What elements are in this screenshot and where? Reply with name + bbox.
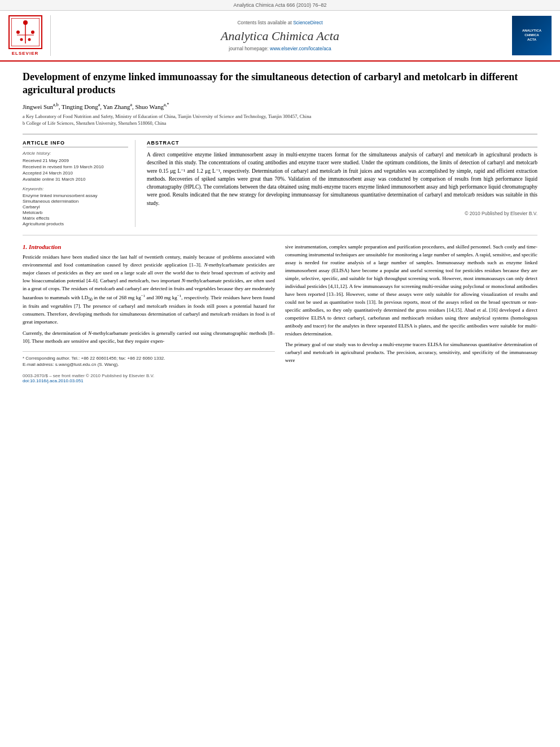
svg-point-5 bbox=[31, 30, 34, 34]
elsevier-logo-section: ELSEVIER bbox=[6, 15, 51, 56]
journal-logo-right: ANALYTICA CHIMICA ACTA bbox=[509, 15, 554, 56]
intro-paragraph-1: Pesticide residues have been studied sin… bbox=[23, 254, 275, 326]
article-title: Development of enzyme linked immunoassay… bbox=[23, 71, 537, 97]
svg-point-3 bbox=[23, 20, 28, 25]
journal-citation: Analytica Chimica Acta 666 (2010) 76–82 bbox=[233, 2, 326, 8]
homepage-link[interactable]: www.elsevier.com/locate/aca bbox=[270, 46, 331, 51]
received-date: Received 21 May 2009 bbox=[23, 158, 128, 163]
authors-line: Jingwei Suna,b, Tingting Donga, Yan Zhan… bbox=[23, 103, 537, 111]
journal-homepage: journal homepage: www.elsevier.com/locat… bbox=[229, 46, 331, 51]
article-history-label: Article history: bbox=[23, 151, 128, 156]
article-info-heading: ARTICLE INFO bbox=[23, 140, 128, 147]
abstract-text: A direct competitive enzyme linked immun… bbox=[147, 151, 537, 207]
keyword-4: Metolcarb bbox=[23, 210, 128, 215]
keyword-2: Simultaneous determination bbox=[23, 199, 128, 204]
affiliation-a: a Key Laboratory of Food Nutrition and S… bbox=[23, 113, 537, 120]
elsevier-logo-box bbox=[8, 15, 42, 49]
content-divider bbox=[23, 235, 537, 235]
authors-text: Jingwei Suna,b, Tingting Donga, Yan Zhan… bbox=[23, 103, 169, 110]
journal-citation-bar: Analytica Chimica Acta 666 (2010) 76–82 bbox=[0, 0, 560, 11]
copyright-line: © 2010 Published by Elsevier B.V. bbox=[147, 211, 537, 216]
intro-paragraph-4: The primary goal of our study was to dev… bbox=[285, 341, 537, 365]
keyword-1: Enzyme linked immunosorbent assay bbox=[23, 193, 128, 198]
footnote-email: E-mail address: s.wang@tust.edu.cn (S. W… bbox=[23, 361, 275, 368]
online-date: Available online 31 March 2010 bbox=[23, 177, 128, 182]
body-content: 1. Introduction Pesticide residues have … bbox=[23, 243, 537, 383]
keyword-6: Agricultural products bbox=[23, 221, 128, 226]
body-right-column: sive instrumentation, complex sample pre… bbox=[285, 243, 537, 383]
revised-date: Received in revised form 19 March 2010 bbox=[23, 164, 128, 169]
keyword-5: Matrix effects bbox=[23, 216, 128, 221]
footer-issn: 0003-2670/$ – see front matter © 2010 Pu… bbox=[23, 373, 275, 383]
article-info-column: ARTICLE INFO Article history: Received 2… bbox=[23, 140, 135, 227]
keywords-label: Keywords: bbox=[23, 186, 128, 191]
svg-point-4 bbox=[16, 30, 20, 34]
affiliation-b: b College of Life Sciences, Shenzhen Uni… bbox=[23, 120, 537, 127]
affiliations: a Key Laboratory of Food Nutrition and S… bbox=[23, 113, 537, 127]
footnote-corresponding: * Corresponding author. Tel.: +86 22 606… bbox=[23, 355, 275, 361]
journal-logo-box: ANALYTICA CHIMICA ACTA bbox=[512, 16, 552, 55]
header-center: Contents lists available at ScienceDirec… bbox=[56, 15, 504, 56]
doi-text: doi:10.1016/j.aca.2010.03.051 bbox=[23, 378, 275, 383]
sciencedirect-availability: Contents lists available at ScienceDirec… bbox=[237, 20, 322, 25]
journal-header: ELSEVIER Contents lists available at Sci… bbox=[0, 11, 560, 62]
svg-point-7 bbox=[28, 38, 30, 41]
keyword-3: Carbaryl bbox=[23, 204, 128, 209]
accepted-date: Accepted 24 March 2010 bbox=[23, 171, 128, 176]
intro-heading: 1. Introduction bbox=[23, 243, 275, 250]
svg-point-6 bbox=[20, 38, 23, 41]
article-info-abstract-section: ARTICLE INFO Article history: Received 2… bbox=[23, 134, 537, 227]
elsevier-label: ELSEVIER bbox=[12, 51, 39, 56]
body-left-column: 1. Introduction Pesticide residues have … bbox=[23, 243, 275, 383]
abstract-heading: ABSTRACT bbox=[147, 140, 537, 147]
sciencedirect-link[interactable]: ScienceDirect bbox=[293, 20, 322, 25]
issn-text: 0003-2670/$ – see front matter © 2010 Pu… bbox=[23, 373, 275, 378]
intro-paragraph-3: sive instrumentation, complex sample pre… bbox=[285, 243, 537, 338]
journal-title: Analytica Chimica Acta bbox=[221, 29, 339, 43]
main-content: Development of enzyme linked immunoassay… bbox=[0, 62, 560, 389]
abstract-column: ABSTRACT A direct competitive enzyme lin… bbox=[147, 140, 537, 227]
intro-paragraph-2: Currently, the determination of N-methyl… bbox=[23, 330, 275, 346]
footnote-section: * Corresponding author. Tel.: +86 22 606… bbox=[23, 351, 275, 368]
elsevier-logo-icon bbox=[11, 18, 40, 46]
